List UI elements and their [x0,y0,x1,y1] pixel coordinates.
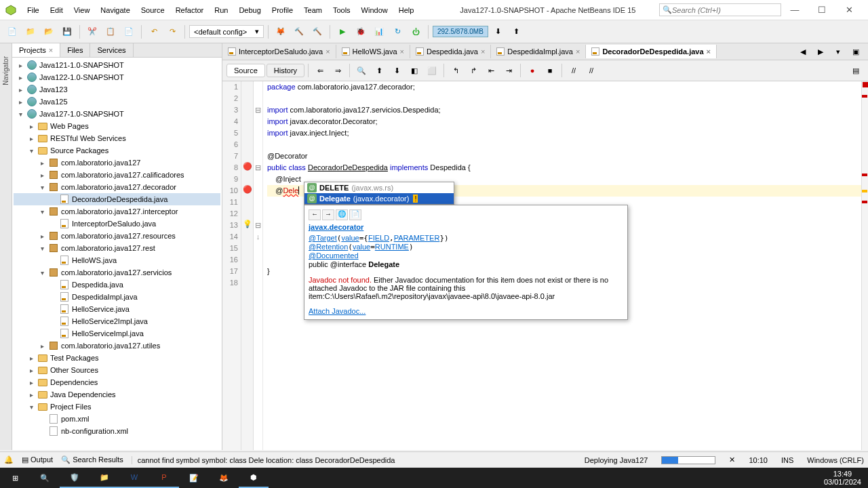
close-button[interactable]: ✕ [835,5,863,15]
editor-tab[interactable]: DespedidaImpl.java× [491,45,586,58]
tree-item[interactable]: ▾com.laboratorio.java127.rest [14,242,220,254]
uncomment-button[interactable]: // [583,62,599,79]
netbeans-taskbar-icon[interactable]: ⬢ [239,468,269,488]
menu-file[interactable]: File [22,3,45,17]
editor-tab[interactable]: DecoradorDeDespedida.java× [586,45,717,58]
new-file-button[interactable]: 📄 [4,24,20,40]
menu-window[interactable]: Window [356,3,393,17]
tree-toggle[interactable]: ▸ [16,74,24,81]
search-results-tab[interactable]: 🔍 Search Results [61,455,123,464]
menu-edit[interactable]: Edit [45,3,68,17]
tree-item[interactable]: ▸com.laboratorio.java127 [14,157,220,169]
copy-button[interactable]: 📋 [102,24,119,40]
close-icon[interactable]: × [481,47,485,56]
split-button[interactable]: ▤ [848,62,864,79]
close-icon[interactable]: × [400,47,404,56]
windows-taskbar[interactable]: ⊞ 🔍 🛡️ 📁 W P 📝 🦊 ⬢ 13:4903/01/2024 [0,468,868,488]
git-pull-button[interactable]: ⬇ [490,24,507,40]
powerpoint-taskbar-icon[interactable]: P [149,468,179,488]
error-stripe[interactable] [861,81,868,450]
browser-button[interactable]: 🦊 [273,24,289,40]
close-icon[interactable]: × [707,47,711,56]
nav-back-button[interactable]: ⇐ [312,62,328,79]
tree-item[interactable]: DespedidaImpl.java [14,291,220,303]
close-icon[interactable]: × [326,47,330,56]
tree-item[interactable]: ▸Test Packages [14,352,220,364]
tree-toggle[interactable]: ▾ [38,208,46,216]
prev-tab-button[interactable]: ◀ [795,43,811,60]
new-project-button[interactable]: 📁 [22,24,39,40]
menu-debug[interactable]: Debug [233,3,266,17]
tree-item[interactable]: ▸Java123 [14,83,220,96]
find-selection-button[interactable]: 🔍 [353,62,370,79]
brave-taskbar-icon[interactable]: 🛡️ [60,468,90,488]
open-project-button[interactable]: 📂 [41,24,57,40]
tree-toggle[interactable]: ▾ [38,269,46,277]
find-prev-button[interactable]: ⬆ [371,62,387,79]
tree-item[interactable]: HelloService2Impl.java [14,315,220,327]
tree-item[interactable]: HelloWS.java [14,254,220,266]
menu-view[interactable]: View [68,3,96,17]
tree-toggle[interactable]: ▾ [27,147,35,155]
maximize-button[interactable]: ☐ [808,5,835,15]
tree-item[interactable]: ▾Java127-1.0-SNAPSHOT [14,108,220,120]
tree-toggle[interactable]: ▸ [27,391,35,399]
cut-button[interactable]: ✂️ [84,24,100,40]
insert-mode[interactable]: INS [781,456,793,464]
tooltip-back-button[interactable]: ← [309,209,321,220]
tree-toggle[interactable]: ▾ [38,245,46,252]
services-tab[interactable]: Services [90,43,133,57]
tree-item[interactable]: HelloServiceImpl.java [14,327,220,340]
tooltip-source-button[interactable]: 📄 [349,209,361,220]
build-button[interactable]: 🔨 [291,24,307,40]
source-view-button[interactable]: Source [226,64,265,77]
tree-item[interactable]: ▾Source Packages [14,144,220,157]
tree-toggle[interactable]: ▸ [38,232,46,240]
start-macro-button[interactable]: ● [524,62,540,79]
tooltip-package-link[interactable]: javax.decorator [309,223,363,231]
tree-toggle[interactable]: ▸ [27,379,35,386]
code-content[interactable]: package com.laboratorio.java127.decorado… [263,81,861,450]
tree-toggle[interactable]: ▸ [27,135,35,142]
clean-build-button[interactable]: 🔨 [309,24,326,40]
memory-indicator[interactable]: 292.5/878.0MB [433,26,488,37]
tab-list-button[interactable]: ▾ [830,43,846,60]
tree-item[interactable]: nb-configuration.xml [14,425,220,437]
tree-item[interactable]: HelloService.java [14,303,220,315]
tooltip-fwd-button[interactable]: → [322,209,334,220]
config-dropdown[interactable]: <default config>▾ [189,25,264,38]
search-taskbar-button[interactable]: 🔍 [30,468,60,488]
tree-toggle[interactable]: ▾ [27,403,35,411]
fold-gutter[interactable]: ⊟ ⊟ ⊟↓ [254,81,263,450]
history-view-button[interactable]: History [267,64,304,77]
redo-button[interactable]: ↷ [164,24,180,40]
files-tab[interactable]: Files [60,43,90,57]
tree-toggle[interactable]: ▸ [16,62,24,69]
tree-toggle[interactable]: ▸ [38,171,46,179]
tree-toggle[interactable]: ▸ [16,98,24,106]
encoding-indicator[interactable]: Windows (CRLF) [807,456,864,464]
reload-button[interactable]: ↻ [389,24,406,40]
code-area[interactable]: 123456789101112131415161718 🔴 🔴 💡 ⊟ ⊟ ⊟↓… [222,81,868,450]
editor-tab[interactable]: HelloWS.java× [336,45,410,58]
debug-button[interactable]: 🐞 [353,24,369,40]
toggle-highlight-button[interactable]: ◧ [406,62,422,79]
tree-item[interactable]: ▸Web Pages [14,120,220,132]
tree-item[interactable]: ▸RESTful Web Services [14,132,220,144]
quick-search[interactable]: 🔍 [659,3,781,16]
output-tab[interactable]: ▤ Output [22,455,53,464]
tree-item[interactable]: Despedida.java [14,279,220,291]
paste-button[interactable]: 📄 [121,24,137,40]
cancel-task-button[interactable]: ✕ [729,455,735,464]
toggle-bookmark-button[interactable]: ⬜ [424,62,440,79]
profile-button[interactable]: 📊 [371,24,387,40]
menu-team[interactable]: Team [298,3,328,17]
tree-item[interactable]: InterceptorDeSaludo.java [14,218,220,230]
menu-run[interactable]: Run [209,3,233,17]
tree-toggle[interactable]: ▸ [38,159,46,167]
prev-bookmark-button[interactable]: ↰ [448,62,464,79]
project-tree[interactable]: ▸Java121-1.0-SNAPSHOT▸Java122-1.0-SNAPSH… [12,58,222,450]
tree-item[interactable]: ▸Java122-1.0-SNAPSHOT [14,71,220,83]
menu-help[interactable]: Help [393,3,420,17]
tree-item[interactable]: ▾com.laboratorio.java127.decorador [14,181,220,193]
